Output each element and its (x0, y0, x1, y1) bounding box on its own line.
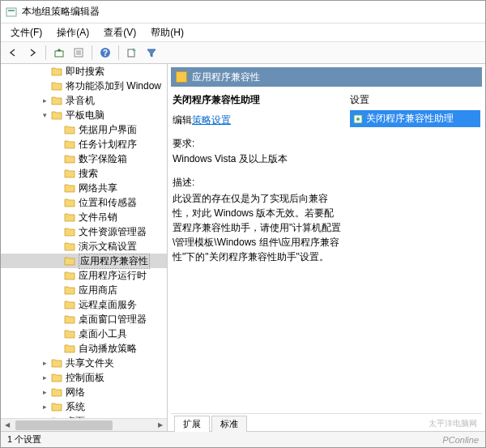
tree-item[interactable]: 文件资源管理器 (1, 224, 167, 239)
tree-item[interactable]: ▸录音机 (1, 93, 167, 108)
content-area: 即时搜索将功能添加到 Window▸录音机▾平板电脑凭据用户界面任务计划程序数字… (1, 64, 485, 431)
tree-item-label: 凭据用户界面 (79, 123, 137, 137)
menu-view[interactable]: 查看(V) (97, 24, 143, 41)
folder-icon (51, 81, 62, 91)
tree-item[interactable]: 应用商店 (1, 283, 167, 297)
folder-icon (51, 358, 62, 368)
folder-icon (51, 387, 62, 397)
tree-toggle-icon[interactable]: ▸ (40, 387, 49, 397)
tree-item[interactable]: 位置和传感器 (1, 195, 167, 210)
toolbar-separator (118, 45, 119, 60)
folder-icon (64, 256, 75, 266)
menu-file[interactable]: 文件(F) (4, 24, 49, 41)
tree-item[interactable]: 远程桌面服务 (1, 297, 167, 312)
horizontal-scrollbar[interactable]: ◀ ▶ (1, 418, 167, 431)
tree-item[interactable]: 网络共享 (1, 181, 167, 195)
back-button[interactable] (4, 44, 22, 62)
folder-icon (64, 139, 75, 149)
tree-item-label: 任务计划程序 (79, 138, 137, 151)
window-title: 本地组策略编辑器 (22, 5, 100, 19)
tree-item[interactable]: ▸网络 (1, 385, 167, 399)
edit-policy-link[interactable]: 策略设置 (192, 114, 231, 126)
tree-toggle-icon[interactable]: ▾ (40, 110, 49, 120)
detail-pane: 应用程序兼容性 关闭程序兼容性助理 编辑策略设置 要求: Windows Vis… (168, 64, 485, 431)
menu-action[interactable]: 操作(A) (50, 24, 96, 41)
tree-toggle-icon[interactable]: ▸ (40, 358, 49, 368)
tree-toggle-icon[interactable]: ▸ (40, 96, 49, 105)
tab-standard[interactable]: 标准 (211, 416, 247, 432)
tree-item[interactable]: 凭据用户界面 (1, 122, 167, 137)
tree-toggle-icon[interactable]: ▸ (40, 373, 49, 382)
help-button[interactable]: ? (96, 44, 114, 62)
edit-policy-row: 编辑策略设置 (173, 113, 342, 127)
tree-item[interactable]: 演示文稿设置 (1, 239, 167, 254)
tree-scroll[interactable]: 即时搜索将功能添加到 Window▸录音机▾平板电脑凭据用户界面任务计划程序数字… (1, 64, 167, 418)
tree-item[interactable]: 数字保险箱 (1, 151, 167, 166)
folder-icon (51, 110, 62, 120)
tree-item[interactable]: 自动播放策略 (1, 341, 167, 356)
tree-item-label: 控制面板 (66, 371, 104, 385)
tree-toggle-icon (53, 343, 62, 353)
tree-item-label: 系统 (66, 400, 85, 414)
statusbar: 1 个设置 PConline (1, 431, 485, 447)
export-button[interactable] (123, 44, 141, 62)
folder-icon (64, 300, 75, 309)
tree-toggle-icon (53, 212, 62, 222)
menu-help[interactable]: 帮助(H) (144, 24, 190, 41)
tree-toggle-icon (53, 329, 62, 339)
tree-item[interactable]: 应用程序兼容性 (1, 254, 167, 268)
tree-item-label: 文件资源管理器 (79, 225, 147, 239)
tree-toggle-icon (53, 271, 62, 280)
folder-icon (51, 402, 62, 412)
tree-toggle-icon[interactable]: ▸ (40, 402, 49, 412)
filter-button[interactable] (143, 44, 160, 62)
tree-item-label: 桌面窗口管理器 (79, 313, 147, 326)
tree-item-label: 应用商店 (79, 284, 117, 297)
tree-item[interactable]: 即时搜索 (1, 64, 167, 79)
tree-item[interactable]: ▸共享文件夹 (1, 356, 167, 370)
tree-item[interactable]: ▸桌面 (1, 414, 167, 418)
tree-item[interactable]: ▸系统 (1, 399, 167, 414)
setting-list-item[interactable]: 关闭程序兼容性助理 (350, 110, 480, 127)
tree-item-label: 桌面小工具 (79, 327, 127, 341)
toolbar: ? (1, 41, 485, 64)
svg-rect-2 (55, 51, 63, 57)
column-header-setting[interactable]: 设置 (350, 93, 480, 107)
tree-item[interactable]: 任务计划程序 (1, 137, 167, 151)
tree-item-label: 即时搜索 (66, 65, 104, 79)
setting-item-label: 关闭程序兼容性助理 (366, 112, 454, 126)
detail-description-panel: 关闭程序兼容性助理 编辑策略设置 要求: Windows Vista 及以上版本… (173, 93, 342, 408)
tree-toggle-icon[interactable]: ▸ (40, 416, 49, 418)
tree-item-label: 自动播放策略 (79, 342, 137, 356)
properties-button[interactable] (70, 44, 87, 62)
description-text: 此设置的存在仅是为了实现后向兼容性，对此 Windows 版本无效。若要配置程序… (173, 191, 342, 264)
folder-icon (64, 329, 75, 339)
tree-item[interactable]: ▾平板电脑 (1, 108, 167, 122)
scroll-thumb[interactable] (15, 420, 113, 430)
tab-extended[interactable]: 扩展 (174, 416, 210, 432)
tree-item[interactable]: ▸控制面板 (1, 370, 167, 385)
requirement-text: Windows Vista 及以上版本 (173, 152, 342, 166)
tree-item[interactable]: 搜索 (1, 166, 167, 181)
tree-toggle-icon (53, 285, 62, 295)
folder-icon (64, 241, 75, 251)
folder-icon (51, 373, 62, 382)
status-count: 1 个设置 (7, 433, 41, 446)
tree-item[interactable]: 文件吊销 (1, 210, 167, 224)
folder-icon (64, 198, 75, 207)
tree-toggle-icon (53, 314, 62, 324)
tree-item[interactable]: 将功能添加到 Window (1, 79, 167, 93)
edit-prefix: 编辑 (173, 114, 192, 126)
app-icon (6, 6, 17, 18)
scroll-right-icon[interactable]: ▶ (154, 419, 167, 432)
tree-item-label: 共享文件夹 (66, 356, 114, 370)
up-button[interactable] (50, 44, 68, 62)
forward-button[interactable] (23, 44, 41, 62)
svg-rect-1 (8, 10, 15, 11)
tree-toggle-icon (40, 66, 49, 76)
scroll-left-icon[interactable]: ◀ (1, 419, 14, 432)
tree-item[interactable]: 应用程序运行时 (1, 268, 167, 283)
tree-item[interactable]: 桌面小工具 (1, 326, 167, 341)
tree-item[interactable]: 桌面窗口管理器 (1, 312, 167, 326)
tree-toggle-icon (53, 139, 62, 149)
